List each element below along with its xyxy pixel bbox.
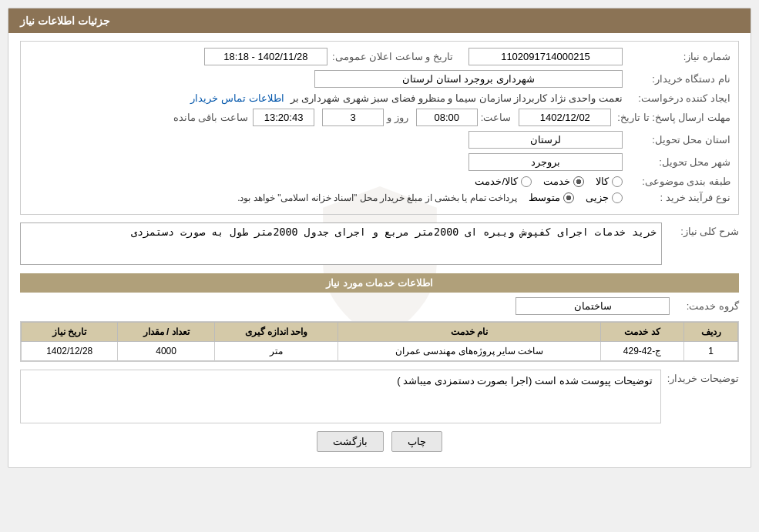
province-label: استان محل تحویل: — [623, 134, 730, 146]
city-value: بروجرد — [468, 153, 623, 171]
main-info-section: شماره نیاز: 1102091714000215 تاریخ و ساع… — [20, 41, 739, 215]
buyer-notes-label: توضیحات خریدار: — [661, 370, 739, 384]
table-cell-row: 1 — [684, 342, 738, 361]
buyer-notes-row: توضیحات خریدار: توضیحات پیوست شده است (ا… — [20, 370, 739, 423]
purchase-type-radio-group: جزیی متوسط — [529, 192, 623, 203]
need-number-row: شماره نیاز: 1102091714000215 تاریخ و ساع… — [29, 48, 730, 65]
purchase-type-label: نوع فرآیند خرید : — [623, 192, 730, 203]
radio-kala-label: کالا — [596, 176, 609, 187]
radio-kala-khedmat-icon — [521, 176, 532, 187]
page-header: جزئیات اطلاعات نیاز — [8, 8, 751, 33]
category-option-kala: کالا — [596, 176, 623, 187]
services-table-section: ردیف کد خدمت نام خدمت واحد اندازه گیری ت… — [20, 321, 739, 362]
table-cell-quantity: 4000 — [118, 342, 214, 361]
radio-khedmat-label: خدمت — [543, 176, 570, 187]
deadline-row: مهلت ارسال پاسخ: تا تاریخ: 1402/12/02 سا… — [29, 109, 730, 126]
deadline-time-label: ساعت: — [481, 112, 512, 123]
radio-motavassit-label: متوسط — [529, 192, 560, 203]
col-header-row: ردیف — [684, 323, 738, 342]
col-header-quantity: تعداد / مقدار — [118, 323, 214, 342]
creator-label: ایجاد کننده درخواست: — [623, 92, 730, 104]
table-cell-date: 1402/12/28 — [22, 342, 118, 361]
remaining-label: ساعت باقی مانده — [173, 112, 248, 123]
province-value: لرستان — [468, 131, 623, 149]
col-header-code: کد خدمت — [601, 323, 684, 342]
services-table: ردیف کد خدمت نام خدمت واحد اندازه گیری ت… — [21, 322, 738, 361]
org-name-value: شهرداری بروجرد استان لرستان — [314, 70, 623, 88]
category-label: طبقه بندی موضوعی: — [623, 176, 730, 187]
province-row: استان محل تحویل: لرستان — [29, 131, 730, 149]
radio-motavassit-icon — [563, 192, 574, 203]
purchase-note: پرداخت تمام یا بخشی از مبلغ خریدار محل "… — [237, 192, 517, 203]
button-row: چاپ بازگشت — [20, 431, 739, 452]
creator-row: ایجاد کننده درخواست: نعمت واحدی نژاد کار… — [29, 92, 730, 104]
radio-kala-icon — [612, 176, 623, 187]
col-header-date: تاریخ نیاز — [22, 323, 118, 342]
announce-datetime-value: 1402/11/28 - 18:18 — [204, 48, 327, 65]
description-row: شرح کلی نیاز: // Set textarea value docu… — [20, 223, 739, 267]
creator-link[interactable]: اطلاعات تماس خریدار — [190, 92, 284, 104]
deadline-date-value: 1402/12/02 — [519, 109, 611, 126]
need-number-value: 1102091714000215 — [468, 48, 623, 65]
col-header-name: نام خدمت — [338, 323, 601, 342]
org-name-row: نام دستگاه خریدار: شهرداری بروجرد استان … — [29, 70, 730, 88]
radio-khedmat-icon — [573, 176, 584, 187]
category-option-khedmat: خدمت — [543, 176, 584, 187]
table-cell-unit: متر — [214, 342, 338, 361]
col-header-unit: واحد اندازه گیری — [214, 323, 338, 342]
remaining-time-value: 13:20:43 — [253, 109, 314, 126]
buyer-notes-value: توضیحات پیوست شده است (اجرا بصورت دستمزد… — [20, 370, 661, 423]
purchase-option-motavassit: متوسط — [529, 192, 574, 203]
deadline-day-label: روز و — [387, 112, 408, 123]
category-radio-group: کالا خدمت کالا/خدمت — [475, 176, 623, 187]
deadline-time-value: 08:00 — [416, 109, 478, 126]
purchase-option-jozi: جزیی — [586, 192, 623, 203]
page-title: جزئیات اطلاعات نیاز — [20, 15, 110, 27]
back-button[interactable]: بازگشت — [317, 431, 384, 452]
table-cell-name: ساخت سایر پروژه‌های مهندسی عمران — [338, 342, 601, 361]
purchase-type-row: نوع فرآیند خرید : جزیی متوسط — [29, 192, 730, 203]
service-group-value: ساختمان — [516, 297, 670, 315]
category-option-kala-khedmat: کالا/خدمت — [475, 176, 532, 187]
radio-kala-khedmat-label: کالا/خدمت — [475, 176, 518, 187]
table-cell-code: ج-42-429 — [601, 342, 684, 361]
table-row: 1ج-42-429ساخت سایر پروژه‌های مهندسی عمرا… — [22, 342, 738, 361]
radio-jozi-icon — [612, 192, 623, 203]
service-group-row: گروه خدمت: ساختمان — [20, 297, 739, 315]
service-group-label: گروه خدمت: — [670, 300, 739, 312]
city-label: شهر محل تحویل: — [623, 156, 730, 168]
need-number-label: شماره نیاز: — [623, 51, 730, 62]
category-row: طبقه بندی موضوعی: کالا خدمت — [29, 176, 730, 187]
services-section-header: اطلاعات خدمات مورد نیاز — [20, 273, 739, 293]
deadline-label: مهلت ارسال پاسخ: تا تاریخ: — [611, 112, 730, 123]
description-textarea[interactable] — [20, 223, 662, 265]
buyer-notes-text: توضیحات پیوست شده است (اجرا بصورت دستمزد… — [397, 375, 653, 386]
deadline-days-value: 3 — [322, 109, 384, 126]
city-row: شهر محل تحویل: بروجرد — [29, 153, 730, 171]
announce-datetime-label: تاریخ و ساعت اعلان عمومی: — [332, 51, 453, 62]
org-name-label: نام دستگاه خریدار: — [623, 73, 730, 85]
print-button[interactable]: چاپ — [391, 431, 442, 452]
creator-value: نعمت واحدی نژاد کاربرداز سازمان سیما و م… — [291, 92, 623, 104]
radio-jozi-label: جزیی — [586, 192, 609, 203]
description-label: شرح کلی نیاز: — [662, 223, 739, 237]
